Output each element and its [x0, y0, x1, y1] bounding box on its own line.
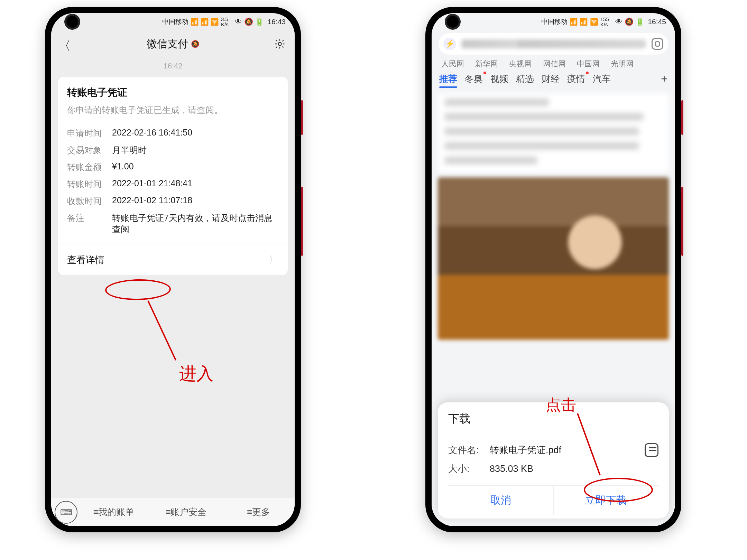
receipt-card[interactable]: 转账电子凭证 你申请的转账电子凭证已生成，请查阅。 申请时间 2022-02-1… [58, 77, 288, 275]
row-filesize: 大小: 835.03 KB [448, 460, 658, 478]
scan-icon[interactable] [652, 38, 663, 50]
tab-featured[interactable]: 精选 [516, 73, 534, 85]
edit-filename-button[interactable] [645, 443, 658, 457]
tab-covid[interactable]: 疫情 [567, 73, 585, 85]
data-rate: 3.5 K/s [221, 17, 229, 27]
chevron-right-icon: 〉 [268, 253, 279, 267]
news-image-blurred [438, 177, 669, 340]
site-link[interactable]: 人民网 [441, 59, 464, 69]
screen-right: 中国移动 📶 📶 🛜 155 K/s 👁 🔕 🔋 16:45 ⚡ 人民网 新华网… [432, 13, 675, 526]
row-apply-time: 申请时间 2022-02-16 16:41:50 [67, 125, 279, 142]
bolt-icon: ⚡ [443, 38, 456, 50]
clock: 16:45 [648, 18, 666, 26]
clock: 16:43 [267, 18, 286, 26]
row-note: 备注 转账电子凭证7天内有效，请及时点击消息查阅 [67, 209, 279, 238]
site-link[interactable]: 新华网 [475, 59, 498, 69]
phone-frame-left: 中国移动 📶 📶 🛜 3.5 K/s 👁 🔕 🔋 16:43 〈 微信支付 🔕 [45, 7, 301, 532]
carrier-label: 中国移动 [162, 17, 188, 26]
camera-hole [66, 16, 78, 28]
page-title: 微信支付 🔕 [147, 37, 200, 51]
svg-point-0 [278, 42, 281, 45]
back-button[interactable]: 〈 [59, 38, 71, 54]
download-now-button[interactable]: 立即下载 [554, 486, 659, 515]
camera-hole [447, 16, 459, 28]
row-amount: 转账金额 ¥1.00 [67, 159, 279, 176]
my-bills-menu[interactable]: 我的账单 [77, 506, 150, 518]
more-menu[interactable]: 更多 [222, 506, 295, 518]
data-rate: 155 K/s [600, 17, 609, 27]
add-tab-button[interactable]: + [661, 73, 667, 85]
news-list-blurred [438, 93, 669, 172]
status-icons: 👁 🔕 🔋 [615, 18, 645, 26]
account-security-menu[interactable]: 账户安全 [150, 506, 222, 518]
download-sheet: 下载 文件名: 转账电子凭证.pdf 大小: 835.03 KB 取消 立即下载 [438, 402, 669, 519]
screen-left: 中国移动 📶 📶 🛜 3.5 K/s 👁 🔕 🔋 16:43 〈 微信支付 🔕 [51, 13, 295, 526]
status-bar: 中国移动 📶 📶 🛜 3.5 K/s 👁 🔕 🔋 16:43 [51, 13, 295, 30]
sheet-title: 下载 [448, 411, 658, 427]
tab-finance[interactable]: 财经 [542, 73, 560, 85]
tab-recommend[interactable]: 推荐 [439, 73, 457, 85]
status-icons: 👁 🔕 🔋 [235, 18, 264, 26]
signal-icons: 📶 📶 🛜 [191, 18, 219, 26]
message-timestamp: 16:42 [51, 57, 295, 77]
tab-video[interactable]: 视频 [490, 73, 508, 85]
annotation-text: 进入 [179, 362, 214, 385]
signal-icons: 📶 📶 🛜 [570, 18, 598, 26]
phone-frame-right: 中国移动 📶 📶 🛜 155 K/s 👁 🔕 🔋 16:45 ⚡ 人民网 新华网… [425, 7, 681, 532]
keyboard-button[interactable]: ⌨ [55, 501, 77, 524]
bottom-toolbar: ⌨ 我的账单 账户安全 更多 [51, 498, 295, 526]
card-subtitle: 你申请的转账电子凭证已生成，请查阅。 [67, 104, 279, 116]
site-link[interactable]: 网信网 [543, 59, 566, 69]
site-link[interactable]: 央视网 [509, 59, 532, 69]
tab-olympics[interactable]: 冬奥 [465, 73, 483, 85]
annotation-arrow [147, 300, 176, 361]
cancel-button[interactable]: 取消 [448, 486, 554, 515]
site-link[interactable]: 光明网 [611, 59, 634, 69]
row-filename: 文件名: 转账电子凭证.pdf [448, 440, 658, 460]
row-receive-time: 收款时间 2022-01-02 11:07:18 [67, 193, 279, 209]
card-title: 转账电子凭证 [67, 86, 279, 100]
row-transfer-time: 转账时间 2022-01-01 21:48:41 [67, 176, 279, 193]
row-party: 交易对象 月半明时 [67, 142, 279, 159]
app-header: 〈 微信支付 🔕 [51, 30, 295, 57]
site-link-bar: 人民网 新华网 央视网 网信网 中国网 光明网 [432, 59, 675, 69]
settings-button[interactable] [274, 38, 286, 51]
view-detail-link[interactable]: 查看详情 〉 [67, 244, 279, 275]
sheet-actions: 取消 立即下载 [448, 485, 658, 515]
status-bar: 中国移动 📶 📶 🛜 155 K/s 👁 🔕 🔋 16:45 [432, 13, 675, 30]
mute-icon: 🔕 [191, 40, 200, 48]
category-tabs: 推荐 冬奥 视频 精选 财经 疫情 汽车 + [432, 69, 675, 88]
search-bar[interactable]: ⚡ [439, 33, 668, 55]
carrier-label: 中国移动 [541, 17, 568, 26]
search-text-blurred [461, 39, 646, 48]
annotation-circle [105, 279, 171, 300]
site-link[interactable]: 中国网 [577, 59, 600, 69]
tab-auto[interactable]: 汽车 [593, 73, 611, 85]
